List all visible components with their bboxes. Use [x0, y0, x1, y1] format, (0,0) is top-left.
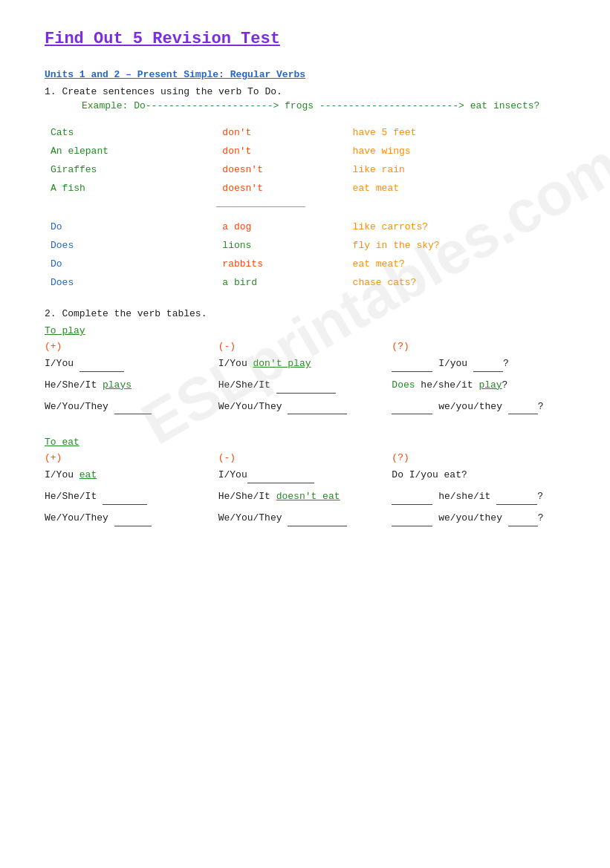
row-hesheit-pos: He/She/It plays: [45, 378, 218, 394]
plays-word: plays: [103, 379, 132, 391]
table-row: An elepant don't have wings: [45, 142, 565, 160]
verb-cell: a dog: [216, 218, 346, 236]
pos-label-eat: (+): [45, 452, 218, 463]
blank-weyouthey-neg[interactable]: [288, 404, 347, 414]
blank-before-weyouthey-q-eat[interactable]: [392, 516, 432, 526]
section1: Units 1 and 2 – Present Simple: Regular …: [45, 69, 565, 292]
verb-cell: don't: [216, 142, 346, 160]
subject-cell: Giraffes: [45, 160, 216, 179]
table-row: Giraffes doesn't like rain: [45, 160, 565, 179]
row-hesheit-pos-eat: He/She/It: [45, 489, 218, 505]
subject-cell: Does: [45, 236, 216, 255]
subject-cell: Do: [45, 255, 216, 273]
subject-cell: Cats: [45, 123, 216, 142]
verb-cell: lions: [216, 236, 346, 255]
verb-table-toplay: (+) I/You He/She/It plays We/You/They (-…: [45, 341, 565, 420]
question-col-eat: (?) Do I/you eat? he/she/it ? we/you/the…: [392, 452, 565, 532]
blank-after-weyouthey-q-eat[interactable]: [508, 516, 538, 526]
blank-before-weyouthey-q[interactable]: [392, 404, 432, 414]
play-word: play: [478, 379, 502, 391]
row-hesheit-neg-eat: He/She/It doesn't eat: [218, 489, 392, 505]
row-iyou-pos-eat: I/You eat: [45, 468, 218, 483]
verb-heading-toplay: To play: [45, 325, 565, 336]
table-row: Do rabbits eat meat?: [45, 255, 565, 273]
verb-cell: don't: [216, 123, 346, 142]
row-i-you-neg: I/You don't play: [218, 356, 392, 372]
doesnteat-word: doesn't eat: [276, 491, 340, 502]
rest-cell: chase cats?: [347, 273, 565, 292]
table-row: Do a dog like carrots?: [45, 218, 565, 236]
row-hesheit-q: Does he/she/it play?: [392, 378, 565, 394]
row-weyouthey-neg: We/You/They: [218, 399, 392, 415]
sentence-table-part1: Cats don't have 5 feet An elepant don't …: [45, 123, 565, 198]
row-weyouthey-q: we/you/they ?: [392, 399, 565, 415]
verb-table-toeat: (+) I/You eat He/She/It We/You/They (-) …: [45, 452, 565, 532]
subject-cell: Do: [45, 218, 216, 236]
table-row: Cats don't have 5 feet: [45, 123, 565, 142]
blank-before-hesheit-q-eat[interactable]: [392, 495, 432, 505]
row-iyou-neg-eat: I/You: [218, 468, 392, 483]
blank-iyou-pos[interactable]: [80, 362, 124, 372]
question1-label: 1. Create sentences using the verb To Do…: [45, 86, 565, 97]
table-row: Does lions fly in the sky?: [45, 236, 565, 255]
negative-col: (-) I/You don't play He/She/It We/You/Th…: [218, 341, 392, 420]
row-weyouthey-pos-eat: We/You/They: [45, 511, 218, 526]
row-weyouthey-q-eat: we/you/they ?: [392, 511, 565, 526]
positive-col-eat: (+) I/You eat He/She/It We/You/They: [45, 452, 218, 532]
verb-cell: a bird: [216, 273, 346, 292]
verb-cell: doesn't: [216, 179, 346, 198]
blank-weyouthey-pos-eat[interactable]: [114, 516, 152, 526]
row-weyouthey-neg-eat: We/You/They: [218, 511, 392, 526]
verb-cell: rabbits: [216, 255, 346, 273]
row-hesheit-q-eat: he/she/it ?: [392, 489, 565, 505]
blank-iyou-neg-eat[interactable]: [247, 473, 314, 483]
neg-label: (-): [218, 341, 392, 352]
pos-label: (+): [45, 341, 218, 352]
section2: 2. Complete the verb tables. To play (+)…: [45, 308, 565, 532]
verb-cell: doesn't: [216, 160, 346, 179]
row-weyouthey-pos: We/You/They: [45, 399, 218, 415]
eat-word: eat: [80, 469, 97, 480]
neg-label-eat: (-): [218, 452, 392, 463]
does-text: Does: [392, 379, 415, 391]
rest-cell: like rain: [347, 160, 565, 179]
blank-weyouthey-neg-eat[interactable]: [288, 516, 347, 526]
table-row: A fish doesn't eat meat: [45, 179, 565, 198]
row-i-you-pos: I/You: [45, 356, 218, 372]
example-line: Example: Do----------------------> frogs…: [82, 100, 565, 111]
subject-cell: A fish: [45, 179, 216, 198]
blank-hesheit-neg[interactable]: [276, 383, 336, 394]
row-i-you-q: I/you ?: [392, 356, 565, 372]
row-hesheit-neg: He/She/It: [218, 378, 392, 394]
row-iyou-q-eat: Do I/you eat?: [392, 468, 565, 483]
question-col: (?) I/you ? Does he/she/it play? we/you/…: [392, 341, 565, 420]
blank-after-weyouthey-q[interactable]: [508, 404, 538, 414]
q-label-eat: (?): [392, 452, 565, 463]
blank-hesheit-pos-eat[interactable]: [103, 495, 147, 505]
rest-cell: have wings: [347, 142, 565, 160]
blank-weyouthey-pos[interactable]: [114, 404, 152, 414]
question2-label: 2. Complete the verb tables.: [45, 308, 565, 319]
rest-cell: like carrots?: [347, 218, 565, 236]
dontplay-word: don't play: [253, 358, 311, 369]
blank-after-iyou-q[interactable]: [473, 362, 503, 372]
divider: [216, 206, 305, 207]
rest-cell: eat meat: [347, 179, 565, 198]
verb-heading-toeat: To eat: [45, 437, 565, 448]
rest-cell: fly in the sky?: [347, 236, 565, 255]
page-title: Find Out 5 Revision Test: [45, 30, 565, 48]
verb-block-toeat: To eat (+) I/You eat He/She/It We/You/Th…: [45, 437, 565, 532]
blank-after-hesheit-q-eat[interactable]: [496, 495, 537, 505]
section1-heading: Units 1 and 2 – Present Simple: Regular …: [45, 69, 565, 80]
positive-col: (+) I/You He/She/It plays We/You/They: [45, 341, 218, 420]
rest-cell: have 5 feet: [347, 123, 565, 142]
q-label: (?): [392, 341, 565, 352]
negative-col-eat: (-) I/You He/She/It doesn't eat We/You/T…: [218, 452, 392, 532]
table-row: Does a bird chase cats?: [45, 273, 565, 292]
subject-cell: Does: [45, 273, 216, 292]
blank-before-iyou-q[interactable]: [392, 362, 432, 372]
subject-cell: An elepant: [45, 142, 216, 160]
rest-cell: eat meat?: [347, 255, 565, 273]
sentence-table-part2: Do a dog like carrots? Does lions fly in…: [45, 218, 565, 292]
verb-block-toplay: To play (+) I/You He/She/It plays We/You…: [45, 325, 565, 420]
